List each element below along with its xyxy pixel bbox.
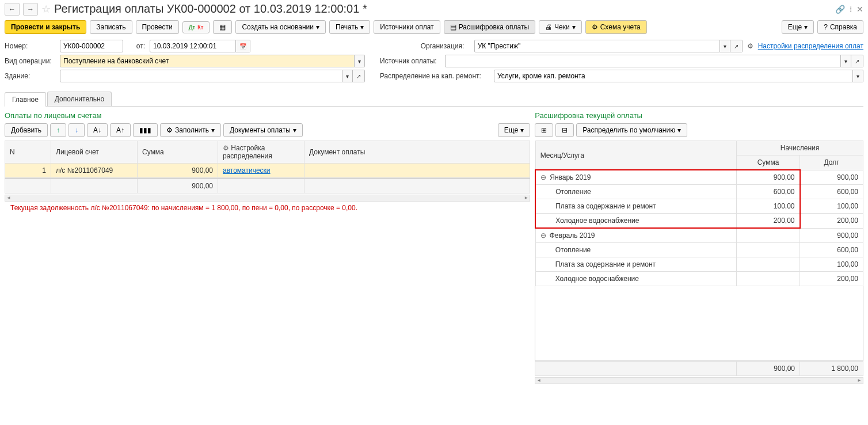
col-debt[interactable]: Долг: [800, 155, 863, 170]
collapse-button[interactable]: ⊟: [555, 123, 574, 137]
help-button[interactable]: ? Справка: [817, 20, 863, 34]
left-more-button[interactable]: Еще ▾: [498, 123, 530, 137]
open-icon[interactable]: ↗: [851, 55, 863, 67]
pin-icon[interactable]: ⁞: [850, 5, 852, 14]
more-button[interactable]: Еще ▾: [782, 20, 814, 34]
tree-row[interactable]: Отопление600,00: [535, 243, 863, 257]
chevron-down-icon[interactable]: ▾: [841, 55, 851, 67]
scheme-button[interactable]: ⚙ Схема учета: [585, 20, 647, 34]
chevron-down-icon[interactable]: ▾: [355, 55, 365, 67]
chevron-down-icon: ▾: [804, 23, 808, 31]
struct-button[interactable]: ▦: [213, 20, 232, 34]
op-type-label: Вид операции:: [5, 57, 55, 65]
open-icon[interactable]: ↗: [730, 40, 743, 52]
barcode-button[interactable]: ▮▮▮: [133, 123, 158, 137]
right-total-sum: 900,00: [737, 362, 800, 376]
expand-button[interactable]: ⊞: [535, 123, 553, 137]
dist-default-button[interactable]: Распределить по умолчанию ▾: [576, 123, 687, 137]
dist-settings-link[interactable]: Настройки распределения оплат: [758, 42, 863, 50]
chevron-down-icon[interactable]: ▾: [853, 70, 863, 82]
tree-row[interactable]: ⊖Январь 2019900,00900,00: [535, 170, 863, 185]
chevron-down-icon: ▾: [293, 126, 296, 134]
right-panel-title: Расшифровка текущей оплаты: [535, 111, 863, 120]
chevron-down-icon: ▾: [572, 23, 576, 31]
fill-button[interactable]: ⚙ Заполнить ▾: [160, 123, 221, 137]
col-acc[interactable]: Лицевой счет: [51, 141, 138, 164]
tree-row[interactable]: Отопление600,00600,00: [535, 185, 863, 199]
chevron-down-icon: ▾: [677, 126, 681, 134]
dist-input[interactable]: [494, 70, 853, 82]
chevron-down-icon: ▾: [211, 126, 215, 134]
chevron-down-icon[interactable]: ▾: [720, 40, 730, 52]
col-doc[interactable]: Документ оплаты: [304, 141, 530, 164]
right-scrollbar[interactable]: [535, 377, 863, 384]
page-title: Регистрация оплаты УК00-000002 от 10.03.…: [54, 2, 832, 16]
from-label: от:: [128, 42, 145, 50]
date-input[interactable]: [150, 40, 236, 52]
table-row[interactable]: 1л/с №2011067049900,00автоматически: [5, 164, 530, 178]
left-panel-title: Оплаты по лицевым счетам: [5, 111, 530, 120]
create-based-button[interactable]: Создать на основании ▾: [235, 20, 326, 34]
dtk-button[interactable]: ДтКт: [182, 21, 210, 33]
save-button[interactable]: Записать: [90, 20, 132, 34]
tab-extra[interactable]: Дополнительно: [47, 92, 112, 106]
link-icon[interactable]: 🔗: [835, 5, 845, 14]
calendar-icon[interactable]: 📅: [236, 40, 250, 52]
nav-back-button[interactable]: ←: [5, 3, 20, 16]
post-button[interactable]: Провести: [136, 20, 179, 34]
pay-docs-button[interactable]: Документы оплаты ▾: [223, 123, 303, 137]
col-sum2[interactable]: Сумма: [737, 155, 800, 170]
close-icon[interactable]: ✕: [856, 5, 863, 14]
org-label: Организация:: [421, 42, 470, 50]
left-total: 900,00: [138, 179, 218, 193]
gear-icon[interactable]: ⚙: [747, 42, 753, 50]
building-input[interactable]: [60, 70, 342, 82]
chevron-down-icon[interactable]: ▾: [342, 70, 353, 82]
tree-row[interactable]: Плата за содержание и ремонт100,00100,00: [535, 199, 863, 214]
print-button[interactable]: Печать ▾: [329, 20, 370, 34]
tree-row[interactable]: Холодное водоснабжение200,00200,00: [535, 214, 863, 229]
post-and-close-button[interactable]: Провести и закрыть: [5, 20, 86, 34]
checks-button[interactable]: 🖨 Чеки ▾: [539, 20, 582, 34]
col-n[interactable]: N: [5, 141, 51, 164]
col-month[interactable]: Месяц/Услуга: [535, 141, 736, 170]
left-scrollbar[interactable]: [5, 195, 530, 202]
col-sum[interactable]: Сумма: [138, 141, 218, 164]
col-accr[interactable]: Начисления: [737, 141, 863, 155]
number-label: Номер:: [5, 42, 55, 50]
move-down-button[interactable]: ↓: [68, 123, 85, 137]
chevron-down-icon: ▾: [520, 126, 524, 134]
nav-forward-button[interactable]: →: [23, 3, 38, 16]
tree-row[interactable]: ⊖Февраль 2019900,00: [535, 228, 863, 243]
building-label: Здание:: [5, 72, 55, 80]
tab-main[interactable]: Главное: [5, 92, 46, 107]
payment-sources-button[interactable]: Источники оплат: [374, 20, 440, 34]
status-line: Текущая задолженность л/с №2011067049: п…: [5, 202, 530, 214]
op-type-input[interactable]: [60, 55, 355, 67]
move-up-button[interactable]: ↑: [50, 123, 66, 137]
dist-label: Распределение на кап. ремонт:: [380, 72, 489, 80]
source-label: Источник оплаты:: [380, 57, 440, 65]
chevron-down-icon: ▾: [360, 23, 364, 31]
right-total-debt: 1 800,00: [800, 362, 863, 376]
open-icon[interactable]: ↗: [353, 70, 365, 82]
number-input[interactable]: [60, 40, 123, 52]
star-icon[interactable]: ☆: [41, 3, 51, 16]
source-input[interactable]: [445, 55, 841, 67]
add-button[interactable]: Добавить: [5, 123, 48, 137]
col-dist[interactable]: ⚙ Настройка распределения: [218, 141, 304, 164]
org-input[interactable]: [474, 40, 720, 52]
sort-desc-button[interactable]: A↑: [110, 123, 131, 137]
tree-row[interactable]: Холодное водоснабжение200,00: [535, 272, 863, 286]
tree-row[interactable]: Плата за содержание и ремонт100,00: [535, 257, 863, 272]
payment-breakdown-button[interactable]: ▤ Расшифровка оплаты: [444, 20, 535, 34]
sort-asc-button[interactable]: A↓: [87, 123, 108, 137]
chevron-down-icon: ▾: [316, 23, 319, 31]
